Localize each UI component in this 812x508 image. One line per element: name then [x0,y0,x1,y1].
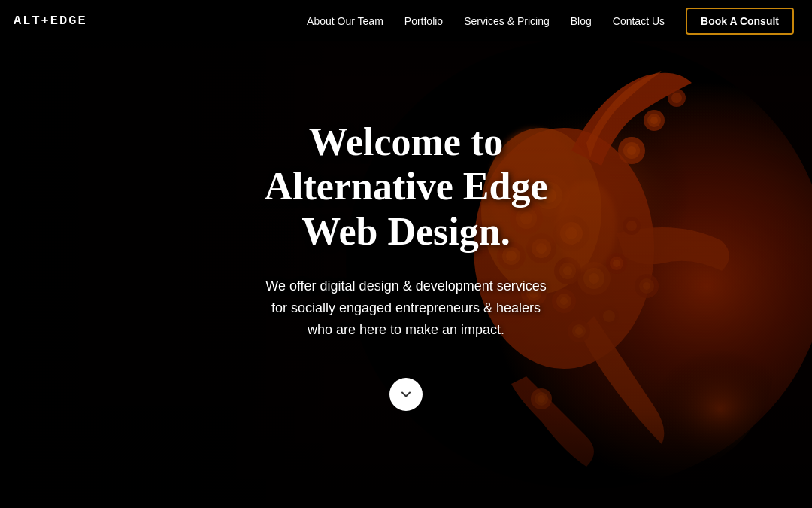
nav-item-contact[interactable]: Contact Us [613,14,665,28]
nav-link-services[interactable]: Services & Pricing [464,15,550,27]
nav-item-about[interactable]: About Our Team [307,14,383,28]
nav-item-portfolio[interactable]: Portfolio [404,14,443,28]
nav-link-blog[interactable]: Blog [571,15,592,27]
logo: ALT+EDGE [14,14,87,28]
nav-link-about[interactable]: About Our Team [307,15,383,27]
navbar: ALT+EDGE About Our Team Portfolio Servic… [0,0,812,41]
nav-item-services[interactable]: Services & Pricing [464,14,550,28]
nav-link-contact[interactable]: Contact Us [613,15,665,27]
book-consult-button[interactable]: Book A Consult [686,8,794,35]
nav-item-cta[interactable]: Book A Consult [686,8,794,35]
logo-text: ALT+EDGE [14,14,87,28]
hero-section: Welcome to Alternative Edge Web Design. … [0,0,812,508]
nav-links: About Our Team Portfolio Services & Pric… [307,8,794,35]
hero-title: Welcome to Alternative Edge Web Design. [263,120,549,254]
chevron-down-icon [398,387,414,402]
hero-title-line1: Welcome to [309,120,503,163]
hero-title-line3: Web Design. [301,210,510,253]
hero-subtitle: We offer digital design & development se… [263,275,549,340]
scroll-down-button[interactable] [389,378,423,411]
nav-link-portfolio[interactable]: Portfolio [404,15,443,27]
hero-title-line2: Alternative Edge [265,165,548,208]
nav-item-blog[interactable]: Blog [571,14,592,28]
logo-art: ALT+EDGE [14,14,87,28]
hero-content: Welcome to Alternative Edge Web Design. … [263,97,549,412]
